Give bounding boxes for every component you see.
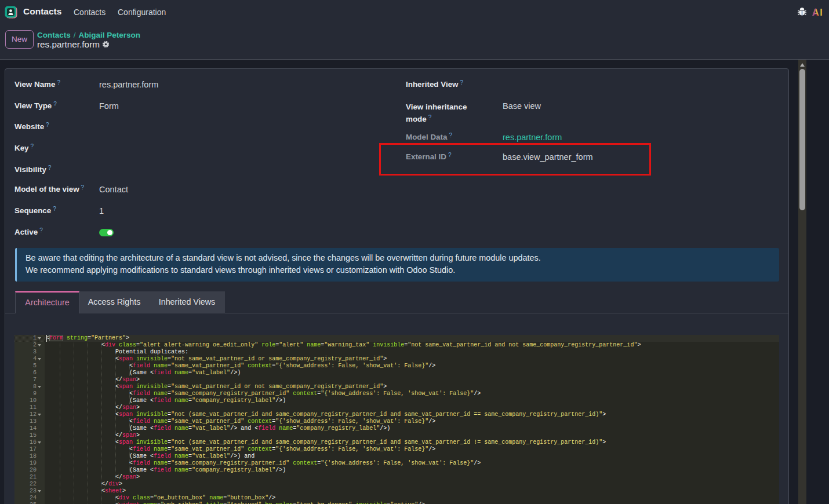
svg-text:I: I xyxy=(820,8,822,17)
